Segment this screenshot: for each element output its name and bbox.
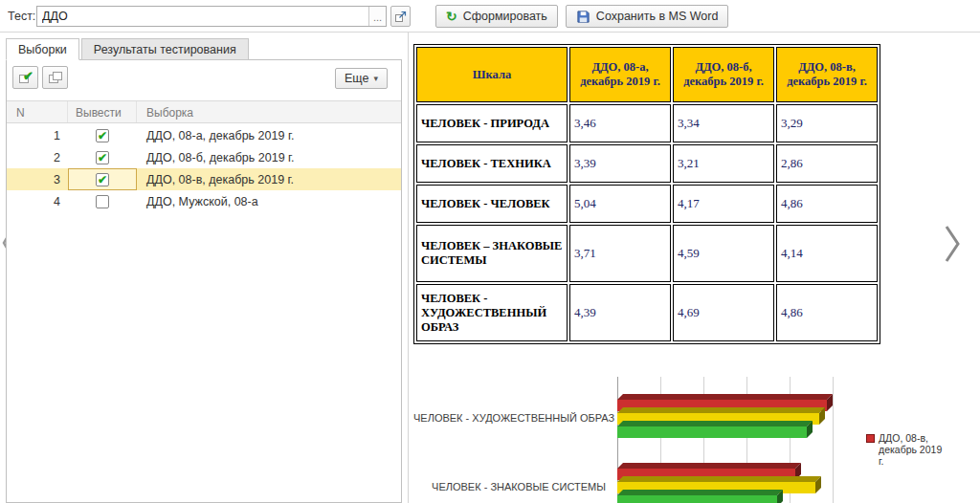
check-icon: ✔ <box>23 69 33 83</box>
row-checkbox[interactable]: ✔ <box>96 129 109 142</box>
report-header-cell: Шкала <box>416 47 568 102</box>
row-number: 4 <box>7 195 68 208</box>
report-scale-cell: ЧЕЛОВЕК - ХУДОЖЕСТВЕННЫЙ ОБРАЗ <box>416 284 568 341</box>
report-header-cell: ДДО, 08-а, декабрь 2019 г. <box>569 47 671 102</box>
report-value-cell: 5,04 <box>569 185 671 223</box>
column-header-selection: Выборка <box>137 101 401 122</box>
report-scale-cell: ЧЕЛОВЕК - ЧЕЛОВЕК <box>416 185 568 223</box>
report-value-cell: 4,39 <box>569 284 671 341</box>
row-check-cell[interactable]: ✔ <box>68 124 137 146</box>
report-chart: ДДО, 08-в, декабрь 2019 г. ЧЕЛОВЕК - ХУД… <box>413 375 949 503</box>
open-icon <box>394 11 407 23</box>
tab-selections[interactable]: Выборки <box>6 38 79 60</box>
test-input-wrap: ... <box>36 6 387 27</box>
chevron-right-icon <box>943 224 962 264</box>
report-value-cell: 3,71 <box>569 225 671 282</box>
report-value-cell: 3,34 <box>673 104 774 142</box>
report-row: ЧЕЛОВЕК - ТЕХНИКА 3,39 3,21 2,86 <box>416 144 878 183</box>
panel-divider[interactable] <box>408 33 409 503</box>
report-value-cell: 4,69 <box>673 284 774 341</box>
tab-test-results[interactable]: Результаты тестирования <box>81 38 249 60</box>
check-all-button[interactable]: ✔ <box>12 66 38 89</box>
dropdown-caret-icon: ▾ <box>373 74 378 83</box>
row-label[interactable]: ДДО, Мужской, 08-а <box>137 195 401 208</box>
row-label[interactable]: ДДО, 08-б, декабрь 2019 г. <box>137 151 401 164</box>
report-value-cell: 3,29 <box>776 104 878 142</box>
selections-panel: ✔ Еще ▾ N Вывести Выборка 1 ✔ ДДО, 08-а,… <box>6 59 402 503</box>
row-number: 3 <box>7 173 68 186</box>
report-scale-cell: ЧЕЛОВЕК – ЗНАКОВЫЕ СИСТЕМЫ <box>416 225 568 282</box>
top-toolbar: Тест: ... ↻ Сформировать Сохранить <box>0 0 980 33</box>
refresh-icon: ↻ <box>446 10 457 23</box>
chart-category-label: ЧЕЛОВЕК - ЗНАКОВЫЕ СИСТЕМЫ <box>413 481 612 494</box>
column-header-output: Вывести <box>68 101 137 122</box>
report-row: ЧЕЛОВЕК – ЗНАКОВЫЕ СИСТЕМЫ 3,71 4,59 4,1… <box>416 225 878 282</box>
row-number: 1 <box>7 129 68 142</box>
table-row[interactable]: 1 ✔ ДДО, 08-а, декабрь 2019 г. <box>7 124 401 146</box>
report-value-cell: 2,86 <box>776 144 878 183</box>
report-row: ЧЕЛОВЕК - ЧЕЛОВЕК 5,04 4,17 4,86 <box>416 185 878 223</box>
row-checkbox[interactable]: ✔ <box>96 151 109 164</box>
row-checkbox[interactable] <box>96 195 109 208</box>
generate-label: Сформировать <box>463 10 547 23</box>
selections-toolbar: ✔ Еще ▾ <box>12 66 395 93</box>
expand-right-chevron[interactable] <box>943 224 962 268</box>
selections-grid: 1 ✔ ДДО, 08-а, декабрь 2019 г. 2 ✔ ДДО, … <box>7 124 401 212</box>
legend-label: ДДО, 08-в, декабрь 2019 г. <box>879 432 948 467</box>
report-row: ЧЕЛОВЕК - ХУДОЖЕСТВЕННЫЙ ОБРАЗ 4,39 4,69… <box>416 284 878 341</box>
table-row[interactable]: 2 ✔ ДДО, 08-б, декабрь 2019 г. <box>7 146 401 168</box>
save-word-button[interactable]: Сохранить в MS Word <box>566 5 729 28</box>
left-tabs: Выборки Результаты тестирования <box>6 38 251 60</box>
sheet-icon <box>53 72 62 80</box>
table-row[interactable]: 3 ✔ ДДО, 08-в, декабрь 2019 г. <box>7 168 401 190</box>
row-checkbox[interactable]: ✔ <box>96 173 109 186</box>
legend-swatch <box>866 434 875 443</box>
save-label: Сохранить в MS Word <box>596 10 719 23</box>
row-check-cell[interactable]: ✔ <box>68 168 137 190</box>
column-header-n: N <box>7 101 68 122</box>
chart-bar <box>617 426 807 438</box>
report-value-cell: 3,39 <box>569 144 671 183</box>
topbar-buttons: ↻ Сформировать Сохранить в MS Word <box>435 5 728 28</box>
chart-legend: ДДО, 08-в, декабрь 2019 г. <box>866 432 948 467</box>
report-header-cell: ДДО, 08-б, декабрь 2019 г. <box>673 47 774 102</box>
table-row[interactable]: 4 ДДО, Мужской, 08-а <box>7 190 401 212</box>
row-label[interactable]: ДДО, 08-а, декабрь 2019 г. <box>137 129 401 142</box>
report-value-cell: 4,86 <box>776 284 878 341</box>
report-row: ЧЕЛОВЕК - ПРИРОДА 3,46 3,34 3,29 <box>416 104 878 142</box>
test-label: Тест: <box>8 10 35 23</box>
report-value-cell: 4,17 <box>673 185 774 223</box>
report-scale-cell: ЧЕЛОВЕК - ПРИРОДА <box>416 104 568 142</box>
row-check-cell[interactable]: ✔ <box>68 146 137 168</box>
chart-gridline <box>833 377 834 503</box>
test-input[interactable] <box>37 7 368 26</box>
tab-test-results-label: Результаты тестирования <box>94 43 236 56</box>
selections-grid-header: N Вывести Выборка <box>7 100 401 123</box>
save-icon <box>576 10 590 24</box>
row-label[interactable]: ДДО, 08-в, декабрь 2019 г. <box>137 173 401 186</box>
report-header-row: Шкала ДДО, 08-а, декабрь 2019 г. ДДО, 08… <box>416 47 878 102</box>
report-header-cell: ДДО, 08-в, декабрь 2019 г. <box>776 47 878 102</box>
chart-category-label: ЧЕЛОВЕК - ХУДОЖЕСТВЕННЫЙ ОБРАЗ <box>413 412 612 426</box>
row-check-cell[interactable] <box>68 190 137 212</box>
tab-selections-label: Выборки <box>18 43 67 56</box>
report-value-cell: 3,46 <box>569 104 671 142</box>
generate-button[interactable]: ↻ Сформировать <box>435 5 558 28</box>
app-window: Тест: ... ↻ Сформировать Сохранить <box>0 0 980 503</box>
report-scale-cell: ЧЕЛОВЕК - ТЕХНИКА <box>416 144 568 183</box>
more-label: Еще <box>345 72 368 85</box>
report-value-cell: 4,14 <box>776 225 878 282</box>
open-button[interactable] <box>390 6 411 27</box>
report-value-cell: 4,59 <box>673 225 774 282</box>
report-value-cell: 3,21 <box>673 144 774 183</box>
report-value-cell: 4,86 <box>776 185 878 223</box>
choose-button[interactable]: ... <box>368 7 386 26</box>
row-number: 2 <box>7 151 68 164</box>
uncheck-all-button[interactable] <box>42 66 68 89</box>
report-table: Шкала ДДО, 08-а, декабрь 2019 г. ДДО, 08… <box>413 44 880 344</box>
more-button[interactable]: Еще ▾ <box>335 68 388 89</box>
chart-bar <box>617 495 777 503</box>
